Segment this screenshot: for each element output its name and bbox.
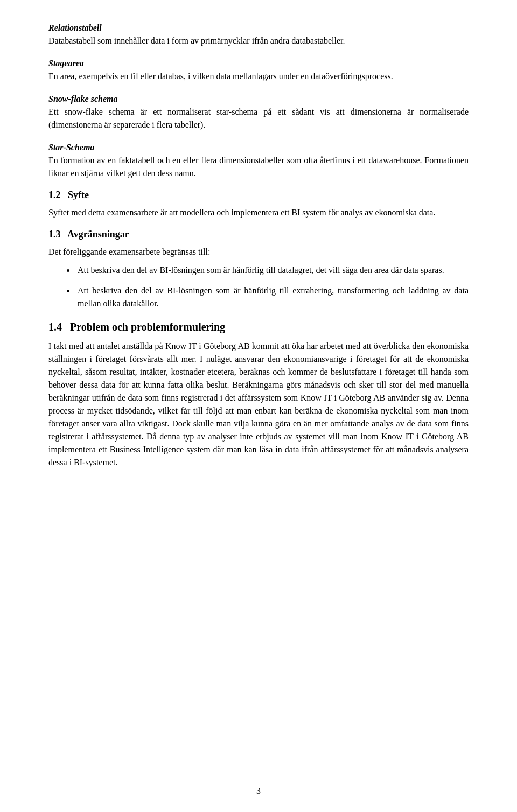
term-snowflake: Snow-flake schema	[48, 94, 117, 103]
body-snowflake: Ett snow-flake schema är ett normalisera…	[48, 107, 469, 129]
heading-section12: 1.2 Syfte	[48, 190, 469, 201]
term-stagearea: Stagearea	[48, 59, 84, 68]
bullet-1: Att beskriva den del av BI-lösningen som…	[75, 264, 469, 277]
body-starschema: En formation av en faktatabell och en el…	[48, 156, 469, 178]
block-section14: 1.4 Problem och problemformulering I tak…	[48, 321, 469, 469]
bullets-section13: Att beskriva den del av BI-lösningen som…	[75, 264, 469, 310]
text-snowflake: Snow-flake schema Ett snow-flake schema …	[48, 93, 469, 131]
page-number: 3	[0, 786, 517, 796]
body-stagearea: En area, exempelvis en fil eller databas…	[48, 72, 393, 81]
heading-section14: 1.4 Problem och problemformulering	[48, 321, 469, 333]
term-starschema: Star-Schema	[48, 143, 94, 152]
text-starschema: Star-Schema En formation av en faktatabe…	[48, 141, 469, 180]
block-section13: 1.3 Avgränsningar Det föreliggande exame…	[48, 229, 469, 310]
body-section12: Syftet med detta examensarbete är att mo…	[48, 206, 469, 219]
bullet-2: Att beskriva den del av BI-lösningen som…	[75, 284, 469, 310]
block-relationstabell: Relationstabell Databastabell som innehå…	[48, 22, 469, 47]
text-relationstabell: Relationstabell Databastabell som innehå…	[48, 22, 469, 47]
page: Relationstabell Databastabell som innehå…	[0, 0, 517, 812]
block-snowflake: Snow-flake schema Ett snow-flake schema …	[48, 93, 469, 131]
block-stagearea: Stagearea En area, exempelvis en fil ell…	[48, 57, 469, 83]
block-section12: 1.2 Syfte Syftet med detta examensarbete…	[48, 190, 469, 219]
term-relationstabell: Relationstabell	[48, 23, 102, 32]
intro-section13: Det föreliggande examensarbete begränsas…	[48, 246, 469, 258]
body-relationstabell: Databastabell som innehåller data i form…	[48, 36, 345, 45]
text-stagearea: Stagearea En area, exempelvis en fil ell…	[48, 57, 469, 83]
heading-section13: 1.3 Avgränsningar	[48, 229, 469, 240]
block-starschema: Star-Schema En formation av en faktatabe…	[48, 141, 469, 180]
body-section14: I takt med att antalet anställda på Know…	[48, 340, 469, 469]
